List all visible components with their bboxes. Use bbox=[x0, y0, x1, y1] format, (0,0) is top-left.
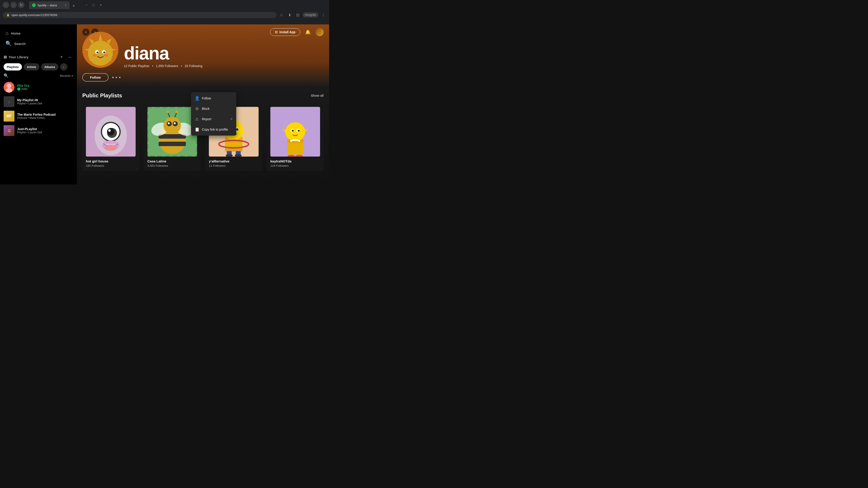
svg-point-73 bbox=[290, 140, 292, 142]
context-copy-link-label: Copy link to profile bbox=[202, 128, 228, 131]
list-item[interactable]: MF The Marie Forleo Podcast Podcast • Ma… bbox=[2, 109, 75, 123]
sidebar-item-search[interactable]: 🔍 Search bbox=[3, 38, 74, 49]
playlist-name: My Playlist #6 bbox=[17, 98, 73, 102]
list-item[interactable]: ♪ My Playlist #6 Playlist • Lauren Deli bbox=[2, 94, 75, 109]
playlist-thumbnail-2: ♫ bbox=[4, 125, 14, 136]
context-follow-label: Follow bbox=[202, 96, 211, 100]
library-title-text: Your Library bbox=[8, 55, 29, 59]
library-expand-button[interactable]: → bbox=[66, 53, 73, 61]
playlist-card-name-1: Casa Latine bbox=[147, 159, 197, 163]
filter-tab-more-button[interactable]: › bbox=[60, 63, 67, 70]
tab-close-button[interactable]: × bbox=[65, 4, 66, 7]
playlist-card-3[interactable]: kaytraNOTda 116 Followers bbox=[267, 103, 324, 171]
filter-tab-artists[interactable]: Artists bbox=[24, 63, 39, 70]
context-report-label: Report bbox=[202, 117, 211, 121]
block-menu-icon: ⊘ bbox=[195, 106, 199, 111]
playlist-card-0[interactable]: hot girl house 185 Followers bbox=[82, 103, 139, 171]
following-stat: 20 Following bbox=[185, 64, 203, 68]
menu-icon[interactable]: ⋮ bbox=[320, 12, 327, 18]
svg-point-0 bbox=[7, 84, 11, 88]
library-add-button[interactable]: + bbox=[58, 53, 65, 61]
bookmark-icon[interactable]: ☆ bbox=[278, 12, 285, 18]
library-header: ▤ Your Library + → bbox=[0, 51, 77, 63]
podcast-name: The Marie Forleo Podcast bbox=[17, 113, 73, 116]
svg-point-37 bbox=[168, 122, 170, 124]
library-title-button[interactable]: ▤ Your Library bbox=[4, 55, 56, 59]
filter-tab-playlists[interactable]: Playlists bbox=[4, 63, 22, 70]
library-section: ▤ Your Library + → Playlists Artists Alb… bbox=[0, 51, 77, 184]
library-list: Rita Ora ♪ Artist ♪ My Playlist #6 bbox=[0, 80, 77, 184]
close-button[interactable]: × bbox=[98, 2, 104, 8]
active-tab[interactable]: Spotify – diana × bbox=[29, 1, 70, 9]
filter-tab-albums[interactable]: Albums bbox=[41, 63, 58, 70]
back-button[interactable]: ← bbox=[3, 2, 9, 8]
svg-point-42 bbox=[176, 111, 178, 113]
podcast-thumbnail: MF bbox=[4, 111, 14, 122]
browser-titlebar: ← → ↻ Spotify – diana × + − □ × bbox=[0, 0, 329, 10]
svg-point-71 bbox=[292, 130, 294, 132]
window-controls: − □ × bbox=[83, 2, 104, 8]
svg-point-64 bbox=[285, 122, 305, 141]
recents-label: Recents bbox=[60, 74, 71, 77]
sidebar-item-home[interactable]: ⌂ Home bbox=[3, 28, 74, 38]
playlist-icon: ♫ bbox=[7, 128, 11, 133]
svg-point-16 bbox=[103, 52, 105, 53]
minimize-button[interactable]: − bbox=[83, 2, 90, 8]
svg-point-25 bbox=[108, 129, 111, 132]
context-menu-follow[interactable]: 👤 Follow bbox=[191, 93, 236, 103]
context-menu-block[interactable]: ⊘ Block bbox=[191, 103, 236, 114]
library-search-button[interactable]: 🔍 bbox=[4, 73, 8, 78]
more-options-button[interactable]: • • • bbox=[112, 74, 121, 80]
browser-tab-bar: Spotify – diana × + bbox=[26, 1, 80, 9]
main-content: ‹ › ⊡ Install App 🔔 bbox=[77, 24, 329, 184]
forward-button[interactable]: → bbox=[10, 2, 17, 8]
playlist-info: My Playlist #6 Playlist • Lauren Deli bbox=[17, 98, 73, 105]
playlist-card-followers-3: 116 Followers bbox=[270, 164, 320, 167]
context-menu-report[interactable]: ⚠ Report ↗ bbox=[191, 114, 236, 124]
search-icon: 🔍 bbox=[5, 41, 11, 46]
svg-point-27 bbox=[105, 145, 117, 151]
url-bar[interactable]: 🔒 open.spotify.com/user/1235578269 bbox=[3, 12, 276, 18]
sidebar-navigation: ⌂ Home 🔍 Search bbox=[0, 24, 77, 51]
profile-name: diana bbox=[124, 44, 324, 62]
list-item[interactable]: Rita Ora ♪ Artist bbox=[2, 80, 75, 94]
download-icon[interactable]: ⬇ bbox=[286, 12, 293, 18]
follow-button[interactable]: Follow bbox=[82, 73, 108, 82]
new-tab-button[interactable]: + bbox=[70, 3, 77, 9]
playlist-card-followers-2: 11 Followers bbox=[209, 164, 258, 167]
browser-action-buttons: ☆ ⬇ ⊡ Incognito ⋮ bbox=[278, 12, 327, 18]
maximize-button[interactable]: □ bbox=[90, 2, 97, 8]
extend-icon[interactable]: ⊡ bbox=[294, 12, 301, 18]
list-item[interactable]: ♫ Just-PLaylist Playlist • Lauren Deli bbox=[2, 123, 75, 138]
playlist-thumb-1 bbox=[147, 107, 197, 157]
browser-address-bar: 🔒 open.spotify.com/user/1235578269 ☆ ⬇ ⊡… bbox=[0, 10, 329, 20]
playlist-thumb-3 bbox=[270, 107, 320, 157]
copy-link-menu-icon: 📋 bbox=[195, 127, 199, 132]
public-playlists-stat: 12 Public Playlists bbox=[124, 64, 149, 68]
artist-name: Rita Ora bbox=[17, 84, 73, 88]
list-icon: ≡ bbox=[71, 74, 73, 77]
svg-rect-31 bbox=[159, 142, 186, 146]
sidebar-home-label: Home bbox=[11, 31, 21, 35]
browser-chrome: ← → ↻ Spotify – diana × + − □ × 🔒 open.s… bbox=[0, 0, 329, 24]
svg-point-41 bbox=[166, 111, 169, 113]
stat-separator-1: • bbox=[152, 64, 154, 68]
external-link-icon: ↗ bbox=[230, 117, 232, 121]
playlist-card-name-3: kaytraNOTda bbox=[270, 159, 320, 163]
playlist-card-followers-1: 3,563 Followers bbox=[147, 164, 197, 167]
context-menu-copy-link[interactable]: 📋 Copy link to profile bbox=[191, 124, 236, 135]
app-layout: ⌂ Home 🔍 Search ▤ Your Library + → Pl bbox=[0, 24, 329, 184]
more-icon: • • • bbox=[112, 74, 121, 80]
incognito-badge: Incognito bbox=[303, 12, 318, 18]
library-recents-button[interactable]: Recents ≡ bbox=[60, 74, 73, 77]
svg-point-24 bbox=[107, 128, 115, 135]
playlist-meta: Playlist • Lauren Deli bbox=[17, 102, 73, 105]
reload-button[interactable]: ↻ bbox=[18, 2, 24, 8]
profile-stats: 12 Public Playlists • 1,959 Followers • … bbox=[124, 64, 324, 68]
home-icon: ⌂ bbox=[5, 30, 8, 36]
podcast-info: The Marie Forleo Podcast Podcast • Marie… bbox=[17, 113, 73, 120]
show-all-button[interactable]: Show all bbox=[311, 94, 324, 97]
lock-icon: 🔒 bbox=[6, 13, 10, 17]
svg-point-1 bbox=[6, 88, 12, 93]
profile-avatar bbox=[82, 32, 119, 68]
